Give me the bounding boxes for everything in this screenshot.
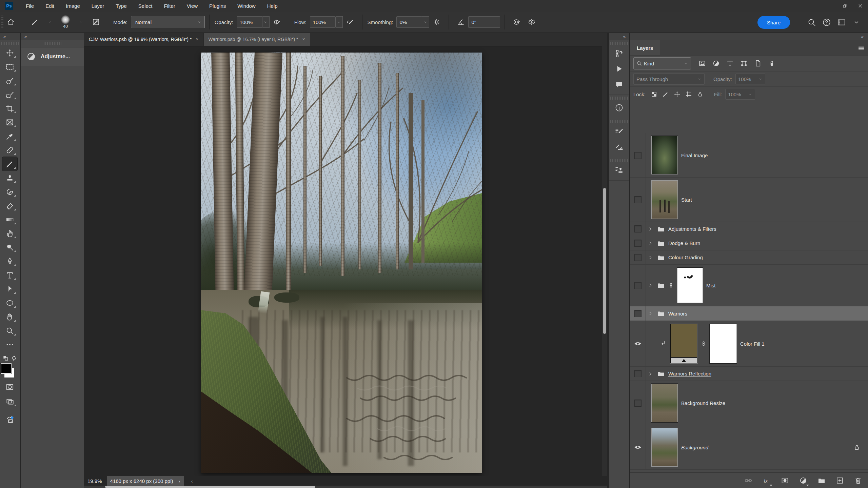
lock-transparency-icon[interactable] — [649, 89, 659, 99]
layer-name[interactable]: Background Resize — [681, 400, 725, 406]
generate-image-button[interactable] — [2, 413, 17, 427]
adjustment-layer-filter-icon[interactable] — [711, 58, 722, 69]
color-fill-thumbnail[interactable] — [670, 324, 697, 363]
flow-caret-icon[interactable] — [336, 16, 343, 28]
layer-row[interactable]: Adjustments & Filters — [630, 222, 868, 236]
delete-layer-icon[interactable] — [853, 475, 863, 486]
dock-grip[interactable] — [610, 42, 628, 45]
lock-position-icon[interactable] — [672, 89, 682, 99]
new-group-icon[interactable] — [816, 475, 827, 486]
pressure-opacity-icon[interactable] — [272, 17, 282, 27]
new-layer-icon[interactable] — [835, 475, 845, 486]
right-dock-collapse-icon[interactable]: « — [609, 33, 629, 40]
canvas-photo[interactable] — [201, 53, 482, 473]
layer-name[interactable]: Start — [681, 197, 692, 203]
layer-style-icon[interactable]: fx — [762, 475, 772, 486]
layer-row[interactable]: Final Image — [630, 133, 868, 178]
pen-tool[interactable] — [2, 254, 17, 268]
tab-layers[interactable]: Layers — [630, 40, 660, 55]
smart-object-filter-icon[interactable] — [752, 58, 763, 69]
toolbar-grip[interactable] — [1, 42, 19, 45]
minimize-button[interactable] — [821, 0, 837, 12]
brush-settings-panel-icon[interactable] — [612, 124, 627, 139]
brushes-panel-icon[interactable] — [612, 139, 627, 154]
home-icon[interactable] — [6, 17, 16, 27]
visibility-toggle-empty[interactable] — [630, 265, 646, 306]
opacity-caret-icon[interactable] — [262, 16, 270, 28]
rectangular-marquee-tool[interactable] — [2, 60, 17, 74]
menu-item-file[interactable]: File — [20, 0, 40, 12]
dock-grip[interactable] — [610, 120, 628, 123]
layer-row[interactable]: Background Resize — [630, 381, 868, 425]
smudge-tool[interactable] — [2, 226, 17, 240]
toolbar-expand-icon[interactable]: » — [0, 33, 20, 40]
layer-thumbnail[interactable] — [651, 428, 678, 467]
layer-row[interactable]: Warriors Reflection — [630, 367, 868, 381]
kind-filter-select[interactable]: Kind — [633, 57, 691, 69]
layer-row[interactable]: Mist — [630, 265, 868, 306]
path-selection-tool[interactable] — [2, 282, 17, 296]
type-tool[interactable] — [2, 268, 17, 282]
actions-panel-icon[interactable] — [612, 61, 627, 76]
pressure-size-icon[interactable] — [512, 17, 522, 27]
menu-item-type[interactable]: Type — [110, 0, 133, 12]
frame-tool[interactable] — [2, 115, 17, 129]
layer-mask-thumbnail[interactable] — [677, 268, 703, 303]
visibility-toggle-empty[interactable] — [630, 222, 646, 236]
group-chevron-icon[interactable] — [647, 255, 653, 261]
left-dock-grip[interactable] — [44, 42, 61, 45]
default-colors-icon[interactable] — [2, 355, 9, 362]
layers-panel-menu-icon[interactable] — [854, 40, 868, 55]
lock-paint-icon[interactable] — [660, 89, 671, 99]
menu-item-edit[interactable]: Edit — [40, 0, 60, 12]
shape-layer-filter-icon[interactable] — [738, 58, 749, 69]
type-layer-filter-icon[interactable] — [725, 58, 735, 69]
dodge-tool[interactable] — [2, 240, 17, 254]
workspace-caret-icon[interactable] — [851, 17, 862, 27]
menu-item-filter[interactable]: Filter — [158, 0, 181, 12]
visibility-toggle-empty[interactable] — [630, 236, 646, 250]
document-tab[interactable]: Warriors.psb @ 16.7% (Layer 8, RGB/8*) *… — [204, 33, 310, 46]
workspace-switcher-icon[interactable] — [836, 17, 847, 27]
help-icon[interactable] — [822, 17, 832, 27]
left-dock-expand-icon[interactable]: » — [21, 33, 84, 40]
adjustments-panel-button[interactable]: Adjustme... — [21, 47, 84, 66]
brush-picker-caret-icon[interactable] — [76, 17, 86, 27]
status-prev-icon[interactable]: ‹ — [191, 478, 193, 484]
menu-item-view[interactable]: View — [181, 0, 203, 12]
visibility-toggle-empty[interactable] — [630, 133, 646, 177]
vertical-scrollbar[interactable] — [602, 46, 607, 476]
selection-brush-tool[interactable] — [2, 74, 17, 87]
new-adjustment-layer-icon[interactable] — [798, 475, 808, 486]
layer-row[interactable]: Warriors — [630, 306, 868, 321]
toggle-brush-settings-icon[interactable] — [91, 17, 101, 27]
menu-item-layer[interactable]: Layer — [86, 0, 110, 12]
layer-name[interactable]: Warriors — [668, 311, 687, 317]
document-info[interactable]: 4160 px x 6240 px (300 ppi) › — [107, 476, 184, 486]
layer-name[interactable]: Final Image — [681, 152, 708, 158]
comments-panel-icon[interactable] — [612, 77, 627, 92]
clone-source-panel-icon[interactable] — [612, 163, 627, 178]
crop-tool[interactable] — [2, 101, 17, 115]
pasteboard[interactable] — [84, 46, 602, 476]
blend-mode-select[interactable]: Normal — [131, 16, 205, 28]
zoom-tool[interactable] — [2, 324, 17, 338]
spot-healing-brush-tool[interactable] — [2, 143, 17, 157]
flow-input[interactable]: 100% — [310, 16, 336, 28]
visibility-toggle-empty[interactable] — [630, 178, 646, 222]
smoothing-caret-icon[interactable] — [422, 16, 429, 28]
screen-mode-button[interactable] — [2, 394, 17, 408]
visibility-toggle-empty[interactable] — [630, 250, 646, 264]
eraser-tool[interactable] — [2, 199, 17, 212]
layer-name[interactable]: Mist — [706, 283, 716, 288]
visibility-eye-icon[interactable] — [630, 425, 646, 469]
layer-filter-toggle[interactable] — [766, 58, 777, 69]
search-icon[interactable] — [807, 17, 817, 27]
share-button[interactable]: Share — [757, 16, 790, 29]
group-chevron-icon[interactable] — [647, 310, 653, 317]
tab-close-icon[interactable]: × — [196, 37, 198, 42]
layer-row[interactable]: Background — [630, 425, 868, 470]
opacity-input[interactable]: 100% — [237, 16, 262, 28]
horizontal-scrollbar-thumb[interactable] — [105, 486, 315, 488]
group-chevron-icon[interactable] — [647, 371, 653, 377]
